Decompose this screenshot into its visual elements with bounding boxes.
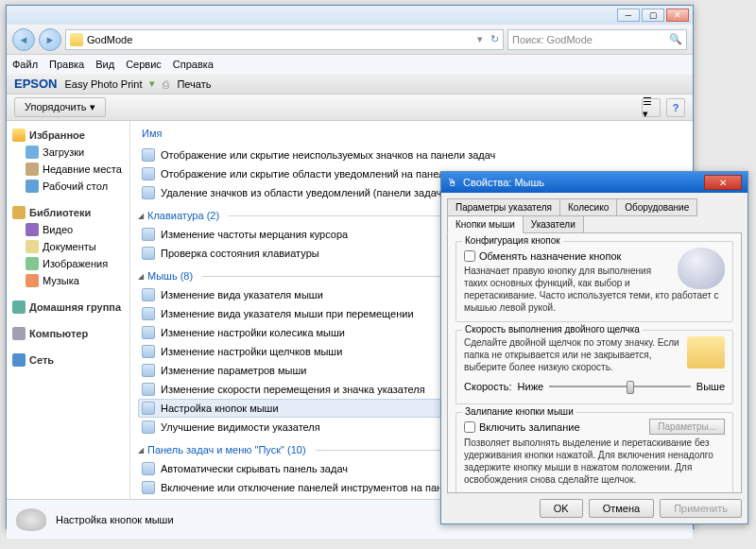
homegroup-icon [12,300,26,314]
search-icon: 🔍 [669,33,682,45]
status-text: Настройка кнопок мыши [56,514,174,525]
sidebar-video[interactable]: Видео [10,221,126,238]
control-panel-icon [142,167,155,180]
sidebar-downloads[interactable]: Загрузки [10,144,126,161]
column-header-name[interactable]: Имя [138,125,685,146]
dialog-titlebar[interactable]: 🖱 Свойства: Мышь ✕ [441,172,747,193]
location-icon [70,33,83,46]
view-options-button[interactable]: ☰ ▾ [642,98,661,117]
titlebar: ─ ▢ ✕ [7,6,693,25]
control-panel-icon [142,148,155,162]
sidebar-documents[interactable]: Документы [10,238,126,255]
organize-button[interactable]: Упорядочить ▾ [14,97,106,117]
sidebar-homegroup[interactable]: Домашняя группа [10,299,126,316]
ok-button[interactable]: OK [540,499,583,518]
dblclick-desc: Сделайте двойной щелчок по этому значку.… [464,336,725,373]
mouse-properties-dialog: 🖱 Свойства: Мышь ✕ Параметры указателя К… [440,171,748,524]
search-placeholder: Поиск: GodMode [512,34,593,45]
tab-strip: Параметры указателя Колесико Оборудовани… [447,198,742,232]
clicklock-group: Залипание кнопки мыши Параметры... Включ… [455,412,733,493]
speed-low: Ниже [518,381,544,392]
list-item[interactable]: Отображение или скрытие неиспользуемых з… [138,146,685,164]
dropdown-icon[interactable]: ▾ [477,33,483,45]
epson-print[interactable]: Печать [177,78,211,90]
sidebar: Избранное Загрузки Недавние места Рабочи… [7,121,129,499]
sidebar-computer[interactable]: Компьютер [10,325,126,342]
double-click-group: Скорость выполнения двойного щелчка Сдел… [455,330,733,404]
help-button[interactable]: ? [666,98,685,117]
clicklock-checkbox[interactable]: Включить залипание [464,421,649,433]
tab-buttons[interactable]: Кнопки мыши [447,215,524,233]
control-panel-icon [142,307,155,320]
control-panel-icon [142,364,155,377]
mouse-small-icon: 🖱 [447,177,457,188]
mouse-icon [16,508,46,531]
desktop-icon [26,180,39,193]
group-title: Скорость выполнения двойного щелчка [462,324,643,335]
speed-high: Выше [696,381,725,392]
control-panel-icon [142,186,155,199]
control-panel-icon [142,345,155,358]
epson-app: Easy Photo Print [65,78,143,90]
control-panel-icon [142,288,155,301]
forward-button[interactable]: ► [39,28,61,51]
sidebar-network[interactable]: Сеть [10,352,126,369]
group-title: Конфигурация кнопок [462,235,563,246]
sidebar-libraries[interactable]: Библиотеки [10,204,126,221]
print-icon: ⎙ [163,78,169,90]
epson-dropdown-icon[interactable]: ▾ [149,77,155,90]
menu-file[interactable]: Файл [12,59,38,70]
apply-button[interactable]: Применить [660,499,742,518]
menu-view[interactable]: Вид [95,59,114,70]
tab-pointers[interactable]: Указатели [523,215,584,233]
cancel-button[interactable]: Отмена [589,499,654,518]
toolbar: Упорядочить ▾ ☰ ▾ ? [7,94,693,121]
tab-wheel[interactable]: Колесико [559,198,617,216]
library-icon [12,206,26,219]
video-icon [26,223,39,236]
sidebar-images[interactable]: Изображения [10,255,126,272]
computer-icon [12,327,26,340]
menu-help[interactable]: Справка [173,59,214,70]
slider-thumb[interactable] [627,381,634,394]
download-icon [26,146,39,159]
control-panel-icon [142,481,155,494]
epson-logo: EPSON [14,77,58,91]
speed-slider[interactable] [549,377,691,396]
sidebar-music[interactable]: Музыка [10,272,126,289]
tab-content: Конфигурация кнопок Обменять назначение … [447,232,742,493]
control-panel-icon [142,247,155,260]
clicklock-desc: Позволяет выполнять выделение и перетаск… [464,437,725,486]
refresh-icon[interactable]: ↻ [490,33,499,45]
document-icon [26,240,39,253]
breadcrumb[interactable]: GodMode ▾ ↻ [65,29,504,50]
swap-buttons-checkbox[interactable]: Обменять назначение кнопок [464,250,672,262]
recent-icon [26,163,39,176]
sidebar-recent[interactable]: Недавние места [10,161,126,178]
menu-edit[interactable]: Правка [49,59,84,70]
maximize-button[interactable]: ▢ [642,9,664,22]
group-title: Залипание кнопки мыши [462,406,576,417]
tab-hardware[interactable]: Оборудование [616,198,697,216]
star-icon [12,129,26,142]
folder-test-icon[interactable] [687,336,725,369]
clicklock-params-button[interactable]: Параметры... [649,419,725,435]
search-input[interactable]: Поиск: GodMode 🔍 [507,29,687,50]
menu-tools[interactable]: Сервис [126,59,162,70]
dialog-button-row: OK Отмена Применить [447,493,742,518]
control-panel-icon [142,402,155,415]
control-panel-icon [142,383,155,396]
tab-pointer-options[interactable]: Параметры указателя [447,198,560,216]
sidebar-desktop[interactable]: Рабочий стол [10,178,126,195]
control-panel-icon [142,420,155,434]
sidebar-favorites[interactable]: Избранное [10,127,126,144]
dialog-close-button[interactable]: ✕ [704,175,742,190]
mouse-illustration-icon [678,248,725,289]
epson-toolbar: EPSON Easy Photo Print ▾ ⎙ Печать [7,74,693,94]
control-panel-icon [142,462,155,475]
back-button[interactable]: ◄ [12,28,35,51]
minimize-button[interactable]: ─ [617,9,640,22]
nav-bar: ◄ ► GodMode ▾ ↻ Поиск: GodMode 🔍 [7,25,693,55]
dialog-title: Свойства: Мышь [463,177,544,188]
close-button[interactable]: ✕ [666,9,689,22]
